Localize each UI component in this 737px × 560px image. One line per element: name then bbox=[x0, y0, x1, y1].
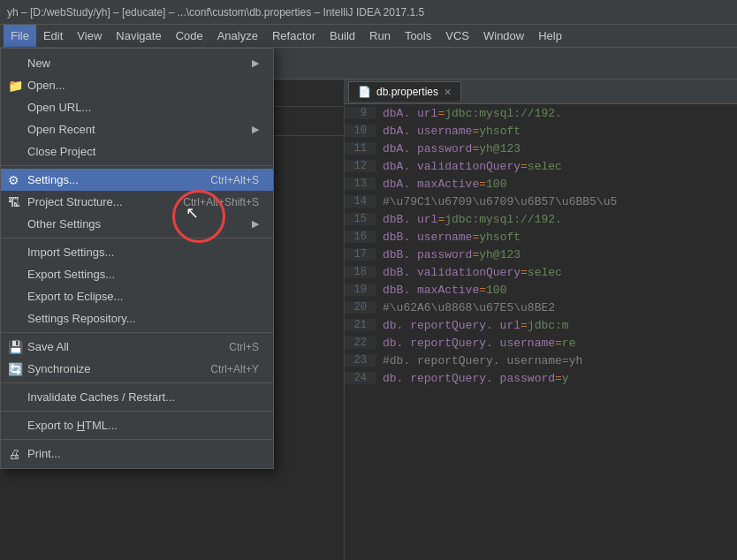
line-number: 15 bbox=[345, 213, 376, 225]
menu-item-export-html[interactable]: Export to HTML... bbox=[1, 414, 273, 436]
line-content: dbB. url=jdbc:mysql://192. bbox=[376, 213, 562, 226]
code-line: 19dbB. maxActive=100 bbox=[345, 281, 737, 299]
file-icon: 📄 bbox=[358, 86, 371, 98]
menu-tools[interactable]: Tools bbox=[398, 25, 438, 47]
code-line: 16dbB. username=yhsoft bbox=[345, 228, 737, 246]
line-number: 18 bbox=[345, 266, 376, 278]
separator-after-close bbox=[1, 165, 273, 166]
menu-item-settings[interactable]: ⚙ Settings... Ctrl+Alt+S bbox=[1, 169, 273, 191]
menu-edit[interactable]: Edit bbox=[36, 25, 70, 47]
line-content: db. reportQuery. username=re bbox=[376, 337, 575, 350]
print-icon: 🖨 bbox=[8, 447, 20, 461]
menu-item-invalidate-caches[interactable]: Invalidate Caches / Restart... bbox=[1, 386, 273, 408]
menu-view[interactable]: View bbox=[70, 25, 109, 47]
code-line: 20#\u62A6\u8868\u67E5\u8BE2 bbox=[345, 299, 737, 316]
line-content: #\u79C1\u6709\u6709\u6B57\u6BB5\u5 bbox=[376, 195, 617, 208]
menu-bar: File Edit View Navigate Code Analyze Ref… bbox=[0, 25, 737, 48]
line-number: 24 bbox=[345, 372, 376, 384]
menu-build[interactable]: Build bbox=[323, 25, 362, 47]
line-number: 9 bbox=[345, 107, 376, 119]
menu-item-close-project[interactable]: Close Project bbox=[1, 140, 273, 163]
line-content: dbB. validationQuery=selec bbox=[376, 266, 562, 279]
line-content: #\u62A6\u8868\u67E5\u8BE2 bbox=[376, 301, 555, 314]
line-content: dbA. validationQuery=selec bbox=[376, 160, 562, 173]
line-number: 12 bbox=[345, 160, 376, 172]
tab-db-properties[interactable]: 📄 db.properties ✕ bbox=[348, 81, 461, 102]
file-dropdown-menu: New ▶ 📁 Open... Open URL... Open Recent … bbox=[0, 48, 274, 469]
separator-after-other bbox=[1, 238, 273, 238]
line-number: 19 bbox=[345, 284, 376, 296]
line-content: dbA. maxActive=100 bbox=[376, 178, 506, 191]
save-icon: 💾 bbox=[8, 340, 23, 354]
code-line: 23#db. reportQuery. username=yh bbox=[345, 352, 737, 369]
line-number: 14 bbox=[345, 195, 376, 208]
line-content: #db. reportQuery. username=yh bbox=[376, 354, 582, 367]
menu-item-open-recent[interactable]: Open Recent ▶ bbox=[1, 118, 273, 140]
settings-menu-icon: ⚙ bbox=[8, 173, 19, 187]
line-number: 21 bbox=[345, 319, 376, 331]
menu-item-open[interactable]: 📁 Open... bbox=[1, 74, 273, 96]
menu-refactor[interactable]: Refactor bbox=[265, 25, 323, 47]
separator-after-html bbox=[1, 439, 273, 440]
separator-after-caches bbox=[1, 411, 273, 412]
menu-navigate[interactable]: Navigate bbox=[109, 25, 168, 47]
line-content: dbB. maxActive=100 bbox=[376, 284, 506, 297]
close-tab-icon[interactable]: ✕ bbox=[444, 87, 452, 98]
menu-code[interactable]: Code bbox=[169, 25, 210, 47]
line-number: 11 bbox=[345, 142, 376, 155]
line-content: db. reportQuery. url=jdbc:m bbox=[376, 319, 569, 332]
code-line: 14#\u79C1\u6709\u6709\u6B57\u6BB5\u5 bbox=[345, 193, 737, 210]
editor-tabs: 📄 db.properties ✕ bbox=[345, 79, 737, 104]
menu-item-synchronize[interactable]: 🔄 Synchronize Ctrl+Alt+Y bbox=[1, 358, 273, 380]
code-line: 18dbB. validationQuery=selec bbox=[345, 263, 737, 281]
menu-run[interactable]: Run bbox=[362, 25, 398, 47]
line-number: 22 bbox=[345, 337, 376, 349]
menu-item-project-structure[interactable]: 🏗 Project Structure... Ctrl+Alt+Shift+S bbox=[1, 191, 273, 213]
folder-icon: 📁 bbox=[8, 79, 23, 93]
line-content: dbA. password=yh@123 bbox=[376, 142, 520, 155]
menu-window[interactable]: Window bbox=[476, 25, 531, 47]
separator-after-repo bbox=[1, 332, 273, 333]
code-line: 10dbA. username=yhsoft bbox=[345, 122, 737, 140]
code-line: 9dbA. url=jdbc:mysql://192. bbox=[345, 104, 737, 122]
line-content: dbB. username=yhsoft bbox=[376, 231, 520, 244]
menu-item-import-settings[interactable]: Import Settings... bbox=[1, 241, 273, 263]
line-number: 16 bbox=[345, 231, 376, 243]
line-content: dbA. username=yhsoft bbox=[376, 125, 520, 138]
line-number: 10 bbox=[345, 125, 376, 137]
line-content: dbA. url=jdbc:mysql://192. bbox=[376, 107, 562, 120]
menu-item-print[interactable]: 🖨 Print... bbox=[1, 443, 273, 465]
code-line: 15dbB. url=jdbc:mysql://192. bbox=[345, 210, 737, 228]
title-text: yh – [D:/webStudy/yh] – [educate] – ...\… bbox=[7, 6, 424, 19]
code-editor: 9dbA. url=jdbc:mysql://192.10dbA. userna… bbox=[345, 104, 737, 387]
menu-item-other-settings[interactable]: Other Settings ▶ bbox=[1, 213, 273, 235]
menu-item-save-all[interactable]: 💾 Save All Ctrl+S bbox=[1, 336, 273, 358]
line-number: 13 bbox=[345, 178, 376, 190]
tab-label: db.properties bbox=[376, 86, 438, 98]
sync-icon: 🔄 bbox=[8, 362, 23, 376]
menu-item-export-eclipse[interactable]: Export to Eclipse... bbox=[1, 285, 273, 307]
code-line: 11dbA. password=yh@123 bbox=[345, 140, 737, 157]
line-number: 17 bbox=[345, 248, 376, 261]
line-content: db. reportQuery. password=y bbox=[376, 372, 569, 385]
code-line: 12dbA. validationQuery=selec bbox=[345, 157, 737, 175]
line-number: 20 bbox=[345, 301, 376, 314]
code-line: 24db. reportQuery. password=y bbox=[345, 369, 737, 387]
title-bar: yh – [D:/webStudy/yh] – [educate] – ...\… bbox=[0, 0, 737, 25]
menu-help[interactable]: Help bbox=[531, 25, 569, 47]
line-content: dbB. password=yh@123 bbox=[376, 248, 520, 261]
menu-item-export-settings[interactable]: Export Settings... bbox=[1, 263, 273, 285]
menu-file[interactable]: File bbox=[4, 25, 36, 47]
editor-area: 📄 db.properties ✕ 9dbA. url=jdbc:mysql:/… bbox=[345, 79, 737, 560]
menu-vcs[interactable]: VCS bbox=[438, 25, 476, 47]
line-number: 23 bbox=[345, 354, 376, 367]
menu-item-open-url[interactable]: Open URL... bbox=[1, 96, 273, 118]
code-line: 13dbA. maxActive=100 bbox=[345, 175, 737, 193]
menu-item-settings-repo[interactable]: Settings Repository... bbox=[1, 307, 273, 329]
code-line: 17dbB. password=yh@123 bbox=[345, 246, 737, 263]
code-line: 21db. reportQuery. url=jdbc:m bbox=[345, 316, 737, 334]
project-structure-icon: 🏗 bbox=[8, 195, 20, 209]
menu-analyze[interactable]: Analyze bbox=[210, 25, 265, 47]
menu-item-new[interactable]: New ▶ bbox=[1, 52, 273, 74]
separator-after-sync bbox=[1, 382, 273, 383]
